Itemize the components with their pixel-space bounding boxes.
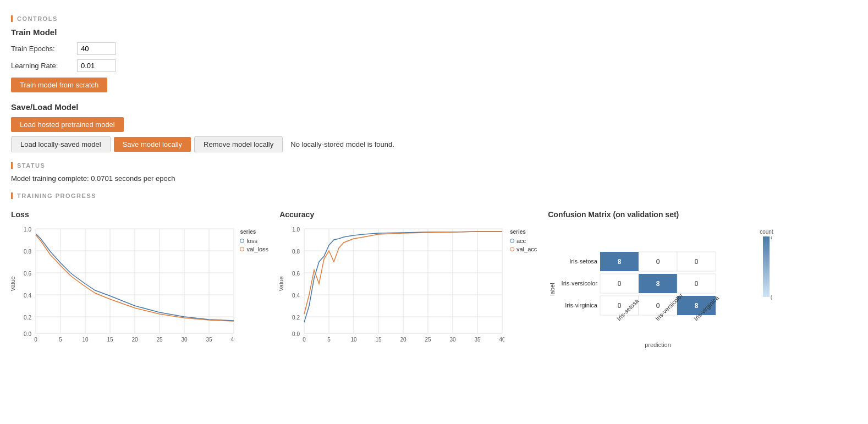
confusion-matrix-container: Confusion Matrix (on validation set) lab… bbox=[548, 210, 857, 350]
svg-text:30: 30 bbox=[181, 337, 188, 343]
svg-text:0: 0 bbox=[695, 258, 699, 266]
svg-text:10: 10 bbox=[351, 337, 358, 343]
svg-text:0.4: 0.4 bbox=[292, 293, 300, 299]
svg-text:20: 20 bbox=[400, 337, 407, 343]
svg-text:1.0: 1.0 bbox=[292, 227, 300, 233]
svg-text:0.0: 0.0 bbox=[292, 331, 300, 337]
status-section-header: STATUS bbox=[11, 162, 857, 169]
svg-text:label: label bbox=[549, 283, 556, 295]
svg-text:0.2: 0.2 bbox=[292, 315, 300, 321]
svg-text:0.6: 0.6 bbox=[24, 271, 31, 277]
status-message: Model training complete: 0.0701 seconds … bbox=[11, 174, 857, 183]
svg-text:0: 0 bbox=[656, 302, 660, 310]
svg-text:8: 8 bbox=[618, 258, 622, 266]
svg-text:8: 8 bbox=[656, 280, 660, 288]
confusion-matrix-svg: label Iris-setosa Iris-versicolor Iris-v… bbox=[548, 223, 757, 350]
svg-text:8: 8 bbox=[771, 236, 772, 240]
no-model-text: No locally-stored model is found. bbox=[290, 140, 394, 148]
svg-text:0.8: 0.8 bbox=[24, 249, 31, 255]
svg-text:15: 15 bbox=[107, 337, 113, 343]
svg-text:1.0: 1.0 bbox=[24, 227, 31, 233]
svg-text:0: 0 bbox=[618, 302, 622, 310]
colorscale-svg: 8 0 bbox=[761, 236, 772, 308]
svg-text:40: 40 bbox=[499, 337, 504, 343]
svg-text:0: 0 bbox=[771, 295, 772, 301]
svg-text:8: 8 bbox=[695, 302, 699, 310]
svg-text:0: 0 bbox=[303, 337, 306, 343]
svg-text:10: 10 bbox=[82, 337, 89, 343]
svg-text:0: 0 bbox=[618, 280, 622, 288]
charts-row: Loss 1.0 0.8 0.6 0.4 0.2 0.0 Value bbox=[11, 210, 857, 350]
svg-text:Iris-setosa: Iris-setosa bbox=[570, 258, 598, 265]
load-local-button[interactable]: Load locally-saved model bbox=[11, 136, 111, 152]
svg-text:Iris-versicolor: Iris-versicolor bbox=[562, 280, 598, 287]
loss-series-label: series bbox=[240, 229, 268, 235]
svg-text:Iris-virginica: Iris-virginica bbox=[565, 302, 598, 309]
load-hosted-button[interactable]: Load hosted pretrained model bbox=[11, 117, 124, 132]
accuracy-chart-title: Accuracy bbox=[279, 210, 537, 219]
epochs-row: Train Epochs: bbox=[11, 42, 857, 55]
svg-text:0.2: 0.2 bbox=[24, 315, 31, 321]
train-model-title: Train Model bbox=[11, 27, 857, 37]
svg-text:5: 5 bbox=[59, 337, 62, 343]
loss-legend-loss: loss bbox=[240, 238, 268, 244]
accuracy-legend: series acc val_acc bbox=[510, 229, 537, 252]
training-progress-header: TRAINING PROGRESS bbox=[11, 192, 857, 199]
svg-text:30: 30 bbox=[450, 337, 457, 343]
svg-text:20: 20 bbox=[131, 337, 138, 343]
svg-text:prediction: prediction bbox=[645, 342, 671, 348]
svg-text:0: 0 bbox=[34, 337, 37, 343]
svg-text:0.0: 0.0 bbox=[24, 331, 31, 337]
loss-chart-container: Loss 1.0 0.8 0.6 0.4 0.2 0.0 Value bbox=[11, 210, 268, 350]
svg-text:25: 25 bbox=[156, 337, 163, 343]
accuracy-legend-valacc: val_acc bbox=[510, 246, 537, 252]
accuracy-chart-container: Accuracy 1.0 0.8 0.6 0.4 0.2 0.0 Value bbox=[279, 210, 537, 350]
lr-input[interactable] bbox=[77, 59, 116, 72]
train-button[interactable]: Train model from scratch bbox=[11, 78, 107, 92]
svg-text:0.8: 0.8 bbox=[292, 249, 300, 255]
svg-text:15: 15 bbox=[376, 337, 382, 343]
controls-section-header: CONTROLS bbox=[11, 15, 857, 22]
confusion-matrix-title: Confusion Matrix (on validation set) bbox=[548, 210, 857, 219]
svg-text:35: 35 bbox=[206, 337, 212, 343]
svg-text:Value: Value bbox=[11, 276, 16, 291]
loss-chart-title: Loss bbox=[11, 210, 268, 219]
lr-label: Learning Rate: bbox=[11, 62, 77, 70]
save-load-row: Load locally-saved model Save model loca… bbox=[11, 136, 857, 152]
save-load-title: Save/Load Model bbox=[11, 102, 857, 112]
epochs-input[interactable] bbox=[77, 42, 116, 55]
accuracy-chart-svg: 1.0 0.8 0.6 0.4 0.2 0.0 Value bbox=[279, 223, 504, 344]
loss-chart-svg: 1.0 0.8 0.6 0.4 0.2 0.0 Value bbox=[11, 223, 234, 344]
loss-legend: series loss val_loss bbox=[240, 229, 268, 252]
svg-text:0: 0 bbox=[695, 280, 699, 288]
svg-text:40: 40 bbox=[230, 337, 234, 343]
epochs-label: Train Epochs: bbox=[11, 45, 77, 53]
lr-row: Learning Rate: bbox=[11, 59, 857, 72]
remove-local-button[interactable]: Remove model locally bbox=[194, 136, 283, 152]
accuracy-legend-acc: acc bbox=[510, 238, 537, 244]
loss-legend-valloss: val_loss bbox=[240, 246, 268, 252]
accuracy-series-label: series bbox=[510, 229, 537, 235]
svg-text:0: 0 bbox=[656, 258, 660, 266]
svg-text:5: 5 bbox=[327, 337, 331, 343]
svg-text:Value: Value bbox=[279, 276, 284, 291]
svg-text:0.6: 0.6 bbox=[292, 271, 300, 277]
svg-text:0.4: 0.4 bbox=[24, 293, 31, 299]
save-local-button[interactable]: Save model locally bbox=[114, 137, 191, 152]
svg-rect-90 bbox=[763, 236, 770, 297]
svg-text:25: 25 bbox=[425, 337, 432, 343]
svg-text:35: 35 bbox=[475, 337, 481, 343]
